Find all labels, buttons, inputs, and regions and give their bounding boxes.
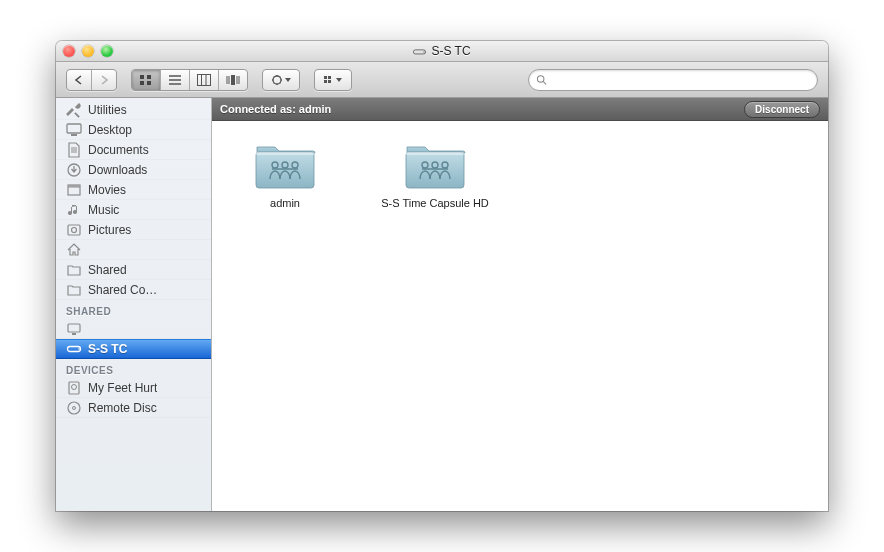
sidebar-item-computer[interactable] <box>56 319 211 339</box>
search-input[interactable] <box>547 74 810 86</box>
sidebar-item-label: Downloads <box>88 163 147 177</box>
sidebar-item-downloads[interactable]: Downloads <box>56 160 211 180</box>
sidebar-item-label: Pictures <box>88 223 131 237</box>
search-field[interactable] <box>528 69 818 91</box>
music-icon <box>66 202 82 218</box>
minimize-button[interactable] <box>82 45 94 57</box>
sidebar-item-label: Movies <box>88 183 126 197</box>
sidebar-item-movies[interactable]: Movies <box>56 180 211 200</box>
view-buttons <box>131 69 248 91</box>
utilities-icon <box>66 102 82 118</box>
svg-rect-22 <box>140 75 144 79</box>
sidebar-item-home[interactable] <box>56 240 211 260</box>
nav-buttons <box>66 69 117 91</box>
arrange-menu <box>314 69 352 91</box>
disconnect-button[interactable]: Disconnect <box>744 101 820 118</box>
disk-icon <box>66 380 82 396</box>
sidebar-item-label: Remote Disc <box>88 401 157 415</box>
svg-rect-27 <box>231 75 235 85</box>
svg-rect-31 <box>324 80 327 83</box>
shared-folder-icon <box>403 139 467 191</box>
shared-folder-icon <box>253 139 317 191</box>
folder-icon <box>66 282 82 298</box>
sidebar-item-label: Desktop <box>88 123 132 137</box>
svg-rect-23 <box>147 75 151 79</box>
forward-button[interactable] <box>92 70 116 90</box>
view-icons-button[interactable] <box>132 70 161 90</box>
desktop-icon <box>66 122 82 138</box>
sidebar-item-s-s-tc[interactable]: S-S TC <box>56 339 211 359</box>
titlebar[interactable]: S-S TC <box>56 41 828 62</box>
sidebar-item-label: Utilities <box>88 103 127 117</box>
action-button[interactable] <box>263 70 299 90</box>
timecapsule-icon <box>66 341 82 357</box>
view-list-button[interactable] <box>161 70 190 90</box>
back-button[interactable] <box>67 70 92 90</box>
finder-window: S-S TC UtilitiesDesktopDocumentsDownload… <box>56 41 828 511</box>
downloads-icon <box>66 162 82 178</box>
sidebar-item-label: My Feet Hurt <box>88 381 157 395</box>
sidebar-item-my-feet-hurt[interactable]: My Feet Hurt <box>56 378 211 398</box>
svg-point-33 <box>537 75 543 81</box>
sidebar-shared-header: SHARED <box>56 300 211 319</box>
svg-rect-32 <box>328 80 331 83</box>
folder-label: admin <box>270 197 300 211</box>
content-area: Connected as: admin Disconnect adminS-S … <box>212 98 828 511</box>
share-folder-s-s-time-capsule-hd[interactable]: S-S Time Capsule HD <box>380 139 490 211</box>
sidebar: UtilitiesDesktopDocumentsDownloadsMovies… <box>56 98 212 511</box>
sidebar-item-pictures[interactable]: Pictures <box>56 220 211 240</box>
sidebar-devices-header: DEVICES <box>56 359 211 378</box>
sidebar-item-music[interactable]: Music <box>56 200 211 220</box>
disc-icon <box>66 400 82 416</box>
sidebar-item-desktop[interactable]: Desktop <box>56 120 211 140</box>
action-menu <box>262 69 300 91</box>
toolbar <box>56 62 828 98</box>
view-columns-button[interactable] <box>190 70 219 90</box>
sidebar-item-shared[interactable]: Shared <box>56 260 211 280</box>
svg-rect-30 <box>328 76 331 79</box>
window-title: S-S TC <box>431 44 470 58</box>
close-button[interactable] <box>63 45 75 57</box>
view-coverflow-button[interactable] <box>219 70 247 90</box>
search-icon <box>536 74 547 86</box>
icon-grid: adminS-S Time Capsule HD <box>212 121 828 229</box>
sidebar-item-label: Shared <box>88 263 127 277</box>
folder-label: S-S Time Capsule HD <box>381 197 489 211</box>
share-folder-admin[interactable]: admin <box>230 139 340 211</box>
sidebar-item-label: S-S TC <box>88 342 127 356</box>
sidebar-item-label: Documents <box>88 143 149 157</box>
movies-icon <box>66 182 82 198</box>
connection-status: Connected as: admin <box>220 103 331 115</box>
svg-rect-29 <box>324 76 327 79</box>
svg-rect-25 <box>147 81 151 85</box>
home-icon <box>66 242 82 258</box>
pictures-icon <box>66 222 82 238</box>
proxy-icon <box>413 47 426 56</box>
connection-banner: Connected as: admin Disconnect <box>212 98 828 121</box>
svg-rect-24 <box>140 81 144 85</box>
folder-icon <box>66 262 82 278</box>
sidebar-item-label: Shared Co… <box>88 283 157 297</box>
zoom-button[interactable] <box>101 45 113 57</box>
sidebar-item-remote-disc[interactable]: Remote Disc <box>56 398 211 418</box>
svg-rect-26 <box>198 74 211 85</box>
sidebar-item-label: Music <box>88 203 119 217</box>
documents-icon <box>66 142 82 158</box>
sidebar-item-documents[interactable]: Documents <box>56 140 211 160</box>
sidebar-item-shared-co-[interactable]: Shared Co… <box>56 280 211 300</box>
sidebar-item-utilities[interactable]: Utilities <box>56 100 211 120</box>
arrange-button[interactable] <box>315 70 351 90</box>
computer-icon <box>66 321 82 337</box>
